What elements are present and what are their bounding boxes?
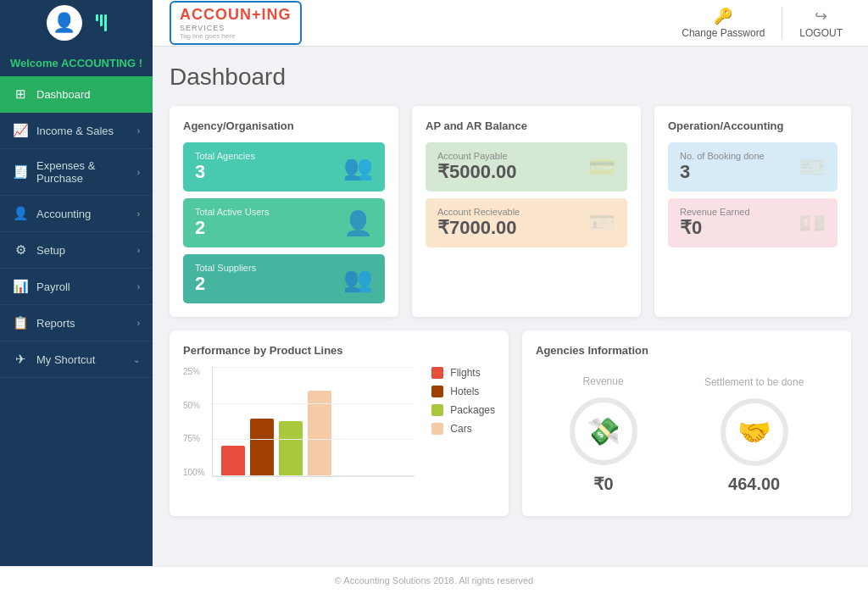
chart-wrapper: 100% 75% 50% 25%: [183, 367, 495, 477]
signal-bars-icon: [96, 14, 107, 31]
bar-flights[interactable]: [221, 446, 245, 476]
sidebar-label-accounting: Accounting: [36, 208, 137, 220]
logout-icon: ↪: [815, 7, 827, 25]
main-layout: Welcome ACCOUNTING ! ⊞ Dashboard 📈 Incom…: [0, 47, 868, 566]
y-label-75: 75%: [183, 434, 205, 443]
total-agencies-value: 3: [195, 161, 255, 183]
settlement-stat-label: Settlement to be done: [704, 376, 804, 388]
legend-packages: Packages: [431, 404, 495, 416]
sidebar-item-payroll[interactable]: 📊 Payroll ›: [0, 269, 153, 305]
accounting-icon: 👤: [13, 206, 28, 221]
sidebar-item-reports[interactable]: 📋 Reports ›: [0, 305, 153, 341]
settlement-stat-value: 464.00: [728, 475, 780, 494]
sidebar-item-expenses[interactable]: 🧾 Expenses & Purchase ›: [0, 149, 153, 196]
booking-value: 3: [680, 161, 765, 183]
chevron-right-icon: ›: [137, 126, 140, 136]
legend-dot-hotels: [431, 386, 443, 397]
bar-cars[interactable]: [308, 391, 331, 476]
apar-card: AP and AR Balance Account Payable ₹5000.…: [412, 106, 641, 317]
revenue-tile: Revenue Earned ₹0 💵: [668, 198, 837, 247]
payable-icon: 💳: [588, 154, 615, 180]
main-content: Dashboard Agency/Organisation Total Agen…: [153, 47, 868, 566]
bar-packages[interactable]: [279, 421, 303, 476]
booking-label: No. of Booking done: [680, 151, 765, 161]
sidebar-label-payroll: Payroll: [36, 280, 137, 293]
agency-card: Agency/Organisation Total Agencies 3 👥 T…: [170, 106, 398, 317]
key-icon: 🔑: [714, 7, 732, 25]
footer: © Accounting Solutions 2018. All rights …: [0, 566, 868, 594]
account-payable-tile: Account Payable ₹5000.00 💳: [426, 142, 627, 192]
settlement-stat: Settlement to be done 🤝 464.00: [704, 376, 804, 494]
sidebar-item-accounting[interactable]: 👤 Accounting ›: [0, 196, 153, 232]
topbar-actions: 🔑 Change Password ↪ LOGOUT: [665, 7, 860, 39]
legend-cars: Cars: [431, 423, 495, 435]
y-label-100: 100%: [183, 468, 205, 477]
agencies-icon: 👥: [343, 153, 373, 181]
legend-flights: Flights: [431, 367, 495, 379]
legend-dot-packages: [431, 404, 443, 416]
operation-card-title: Operation/Accounting: [668, 119, 837, 132]
legend-label-cars: Cars: [450, 423, 471, 435]
brand-sub: SERVICES: [180, 24, 225, 32]
chevron-right-icon: ›: [137, 168, 140, 177]
dashboard-icon: ⊞: [13, 86, 28, 102]
chevron-right-icon: ›: [137, 246, 140, 255]
total-agencies-label: Total Agencies: [195, 151, 255, 161]
receivable-label: Account Recievable: [437, 207, 520, 217]
bar-hotels[interactable]: [250, 419, 274, 476]
chevron-right-icon: ›: [137, 282, 140, 291]
brand-name-accent: +ING: [252, 6, 292, 23]
active-users-label: Total Active Users: [195, 207, 269, 217]
logout-label: LOGOUT: [799, 27, 843, 39]
sidebar-label-shortcut: My Shortcut: [36, 353, 133, 366]
payable-value: ₹5000.00: [437, 161, 517, 183]
chevron-right-icon: ›: [137, 209, 140, 219]
footer-text: © Accounting Solutions 2018. All rights …: [335, 575, 533, 586]
dashboard-row-1: Agency/Organisation Total Agencies 3 👥 T…: [170, 106, 851, 317]
chevron-right-icon: ›: [137, 319, 140, 328]
legend-dot-flights: [431, 367, 443, 379]
money-icon: 💸: [570, 397, 637, 465]
chart-bars: [212, 367, 415, 477]
sidebar-item-dashboard[interactable]: ⊞ Dashboard: [0, 76, 153, 113]
performance-card: Performance by Product Lines 100% 75% 50…: [170, 330, 509, 516]
agencies-info-title: Agencies Information: [536, 344, 837, 357]
brand-logo: ACCOUN+ING SERVICES Tag line goes here: [170, 1, 302, 45]
legend-label-packages: Packages: [450, 404, 495, 416]
legend-label-flights: Flights: [450, 367, 480, 379]
booking-icon: 🎫: [798, 154, 826, 180]
sidebar-item-shortcut[interactable]: ✈ My Shortcut ⌄: [0, 341, 153, 378]
dashboard-row-2: Performance by Product Lines 100% 75% 50…: [170, 330, 851, 516]
revenue-stat-label: Revenue: [583, 375, 624, 387]
operation-card: Operation/Accounting No. of Booking done…: [654, 106, 851, 317]
reports-icon: 📋: [13, 315, 28, 330]
sidebar: Welcome ACCOUNTING ! ⊞ Dashboard 📈 Incom…: [0, 47, 153, 566]
sidebar-item-income-sales[interactable]: 📈 Income & Sales ›: [0, 113, 153, 149]
chevron-down-icon: ⌄: [133, 355, 140, 364]
sidebar-item-setup[interactable]: ⚙ Setup ›: [0, 232, 153, 269]
shortcut-icon: ✈: [13, 352, 28, 367]
total-agencies-tile: Total Agencies 3 👥: [183, 142, 385, 192]
suppliers-value: 2: [195, 273, 256, 295]
sidebar-label-expenses: Expenses & Purchase: [36, 159, 137, 185]
income-icon: 📈: [13, 123, 28, 138]
active-users-tile: Total Active Users 2 👤: [183, 198, 385, 247]
performance-card-title: Performance by Product Lines: [183, 344, 495, 357]
users-icon: 👤: [343, 209, 373, 237]
agencies-info-card: Agencies Information Revenue 💸 ₹0 Settle…: [522, 330, 851, 516]
brand-name-text: ACCOUN: [180, 6, 252, 23]
sidebar-label-setup: Setup: [36, 244, 137, 257]
logout-button[interactable]: ↪ LOGOUT: [782, 7, 860, 39]
avatar: 👤: [47, 5, 82, 41]
suppliers-tile: Total Suppliers 2 👥: [183, 254, 385, 303]
sidebar-label-dashboard: Dashboard: [36, 88, 140, 101]
change-password-button[interactable]: 🔑 Change Password: [665, 7, 782, 39]
sidebar-welcome: Welcome ACCOUNTING !: [0, 47, 153, 76]
suppliers-label: Total Suppliers: [195, 263, 256, 273]
revenue-label: Revenue Earned: [680, 207, 750, 217]
brand-tagline: Tag line goes here: [180, 32, 235, 40]
sidebar-label-income: Income & Sales: [36, 125, 137, 137]
account-receivable-tile: Account Recievable ₹7000.00 🪪: [426, 198, 627, 247]
revenue-icon: 💵: [798, 210, 826, 236]
legend-label-hotels: Hotels: [450, 386, 479, 397]
